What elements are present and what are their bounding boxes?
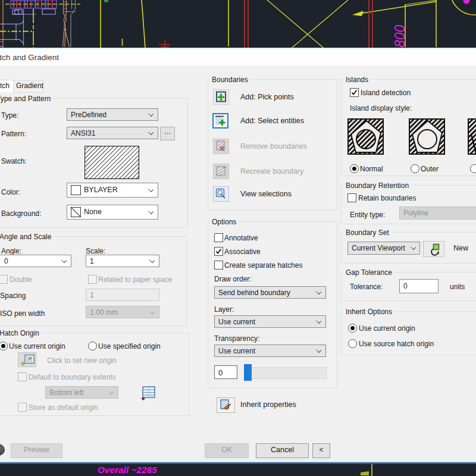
svg-text:800: 800: [392, 24, 408, 48]
